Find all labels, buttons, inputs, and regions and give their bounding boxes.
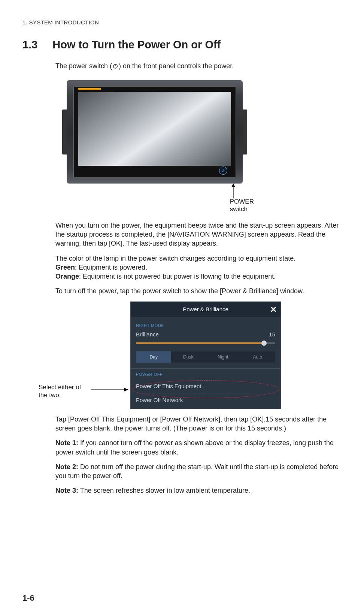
lamp-orange-label: Orange — [55, 273, 79, 280]
lamp-green-text: : Equipment is powered. — [75, 264, 147, 271]
note3-label: Note 3: — [55, 487, 78, 494]
lamp-paragraph: The color of the lamp in the power switc… — [55, 254, 342, 281]
device-illustration: POWER switch — [67, 80, 246, 183]
lamp-green-label: Green — [55, 264, 75, 271]
callout-line1: Select either of — [39, 384, 81, 391]
svg-marker-7 — [124, 388, 128, 392]
power-off-equipment-item[interactable]: Power Off This Equipment — [136, 380, 275, 393]
section-heading: 1.3 How to Turn the Power On or Off — [22, 38, 342, 52]
power-brilliance-illustration: Power & Brilliance ✕ NIGHT MODE Brillian… — [130, 302, 284, 409]
night-mode-label: NIGHT MODE — [136, 323, 275, 328]
popup-titlebar: Power & Brilliance ✕ — [131, 302, 280, 317]
chapter-header: 1. SYSTEM INTRODUCTION — [22, 19, 342, 26]
section-number: 1.3 — [22, 38, 37, 52]
note2-text: Do not turn off the power during the sta… — [55, 463, 339, 480]
intro-text-after: ) on the front panel controls the power. — [119, 62, 234, 70]
intro-text-before: The power switch ( — [55, 62, 112, 70]
close-icon[interactable]: ✕ — [270, 304, 277, 315]
note1-text: If you cannot turn off the power as show… — [55, 439, 334, 456]
segment-night[interactable]: Night — [206, 351, 240, 363]
note3-text: The screen refreshes slower in low ambie… — [78, 487, 250, 494]
power-icon — [112, 63, 119, 69]
note-3: Note 3: The screen refreshes slower in l… — [55, 486, 342, 495]
brilliance-value: 15 — [269, 331, 275, 338]
callout-line2: the two. — [39, 392, 61, 399]
note1-label: Note 1: — [55, 439, 78, 447]
segment-auto[interactable]: Auto — [240, 351, 275, 363]
brilliance-slider[interactable] — [136, 340, 275, 346]
arrow-right-icon — [91, 386, 128, 394]
startup-paragraph: When you turn on the power, the equipmen… — [55, 221, 342, 248]
power-brilliance-window: Power & Brilliance ✕ NIGHT MODE Brillian… — [130, 302, 281, 409]
caption-line1: POWER — [230, 198, 254, 205]
segment-day[interactable]: Day — [136, 351, 171, 363]
brilliance-label: Brilliance — [136, 331, 159, 338]
device-screen — [78, 92, 231, 166]
device-brand-strip — [78, 88, 101, 90]
popup-title: Power & Brilliance — [183, 306, 228, 312]
mode-segmented-control[interactable]: Day Dusk Night Auto — [136, 351, 275, 363]
note-1: Note 1: If you cannot turn off the power… — [55, 438, 342, 457]
segment-dusk[interactable]: Dusk — [171, 351, 206, 363]
svg-marker-5 — [231, 183, 235, 187]
device-frame — [67, 80, 243, 183]
power-off-network-item[interactable]: Power Off Network — [136, 393, 275, 407]
lamp-intro: The color of the lamp in the power switc… — [55, 255, 295, 262]
device-power-button — [219, 166, 227, 175]
device-bezel — [73, 86, 236, 177]
lamp-orange-text: : Equipment is not powered but power is … — [79, 273, 276, 280]
after-popup-paragraph: Tap [Power Off This Equipment] or [Power… — [55, 415, 342, 433]
brilliance-row: Brilliance 15 — [136, 331, 275, 338]
power-off-label: POWER OFF — [136, 372, 275, 377]
note2-label: Note 2: — [55, 463, 78, 471]
turn-off-paragraph: To turn off the power, tap the power swi… — [55, 286, 342, 296]
note-2: Note 2: Do not turn off the power during… — [55, 462, 342, 481]
arrow-up-icon — [231, 183, 236, 198]
section-title: How to Turn the Power On or Off — [52, 38, 221, 52]
power-switch-caption: POWER switch — [230, 198, 254, 213]
caption-line2: switch — [230, 206, 248, 213]
intro-paragraph: The power switch ( ) on the front panel … — [55, 62, 342, 70]
callout-text: Select either of the two. — [39, 383, 81, 399]
